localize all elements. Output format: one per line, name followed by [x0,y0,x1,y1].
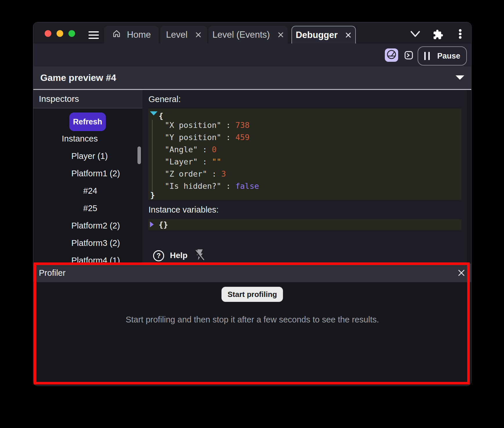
profiler-title: Profiler [39,264,66,282]
general-section-label: General: [148,95,181,104]
json-row: "Is hidden?" : false [165,180,259,192]
main-scroll-gutter [467,90,472,264]
json-row: "X position" : 738 [165,119,250,131]
extensions-puzzle-icon[interactable] [433,29,443,40]
game-preview-title: Game preview #4 [40,66,116,89]
tab-label: Level (Events) [212,30,270,40]
json-row: "Y position" : 459 [165,131,250,144]
tab-label: Home [127,30,151,40]
tab-label: Level [166,30,187,40]
profiler-content: Start profiling Start profiling and then… [33,282,471,386]
traffic-light-zoom-button[interactable] [68,30,75,37]
general-json-view: { "X position" : 738 "Y position" : 459 … [148,109,461,200]
tab-home[interactable]: Home [104,26,159,43]
flash-off-icon[interactable] [194,249,206,262]
debugger-content: Inspectors Refresh Instances Player (1) … [33,90,471,264]
tab-close-icon[interactable] [195,32,202,38]
sidebar-scrollbar-thumb[interactable] [137,146,141,164]
pause-button[interactable]: Pause [418,46,467,66]
tree-item-instance-25[interactable]: #25 [83,204,97,213]
empty-object-value[interactable]: {} [159,219,168,230]
json-row: "Z order" : 3 [165,168,226,180]
profiler-close-icon[interactable] [458,269,465,277]
collapse-triangle-icon[interactable] [150,111,157,115]
tab-close-icon[interactable] [278,32,284,38]
tab-debugger[interactable]: Debugger [291,26,356,43]
home-icon [112,29,121,41]
tab-close-icon[interactable] [345,32,351,38]
debugger-toolbar: Pause [33,43,471,66]
more-options-kebab-icon[interactable] [458,29,462,41]
app-window: Home Level Level (Events) Debugger [33,22,472,386]
title-bar: Home Level Level (Events) Debugger [33,22,471,43]
inspectors-title: Inspectors [39,90,79,108]
expand-triangle-icon[interactable] [150,222,154,227]
console-button[interactable] [405,51,413,59]
traffic-light-minimize-button[interactable] [57,30,63,37]
refresh-button[interactable]: Refresh [69,113,106,131]
tree-item-platform2[interactable]: Platform2 (2) [71,221,120,230]
json-row: "Angle" : 0 [165,144,217,156]
tab-label: Debugger [296,30,338,40]
instance-variables-json-view: {} [148,219,461,230]
json-row: "Layer" : "" [165,156,221,168]
tree-item-instance-24[interactable]: #24 [83,186,97,195]
indent-guide [152,120,153,191]
pause-button-label: Pause [437,52,461,61]
profiler-panel: Profiler Start profiling Start profiling… [33,264,471,386]
inspectors-sidebar: Inspectors Refresh Instances Player (1) … [33,90,142,264]
game-preview-header[interactable]: Game preview #4 [33,66,471,89]
tree-item-platform1[interactable]: Platform1 (2) [71,169,120,178]
tree-item-platform3[interactable]: Platform3 (2) [71,239,120,247]
divider [33,108,142,108]
tab-level-events[interactable]: Level (Events) [209,26,288,43]
collapse-arrow-icon[interactable] [456,75,464,80]
profiler-toggle-button[interactable] [385,48,398,62]
menu-icon[interactable] [88,31,99,39]
json-close-brace: } [150,189,155,201]
speedometer-icon [386,49,397,61]
pause-icon [424,52,430,60]
tree-item-player[interactable]: Player (1) [71,152,108,160]
inspectors-header: Inspectors [33,90,142,108]
traffic-light-close-button[interactable] [45,30,51,37]
profiler-header: Profiler [33,264,471,282]
json-open-brace[interactable]: { [159,110,163,122]
tree-item-instances[interactable]: Instances [62,134,98,143]
tab-level[interactable]: Level [160,26,207,43]
instance-variables-section-label: Instance variables: [148,205,219,214]
profiler-hint-text: Start profiling and then stop it after a… [33,315,471,324]
start-profiling-button[interactable]: Start profiling [222,287,283,302]
help-icon[interactable]: ? [153,250,164,261]
help-button-label[interactable]: Help [170,251,188,260]
chevron-down-icon[interactable] [410,30,420,38]
